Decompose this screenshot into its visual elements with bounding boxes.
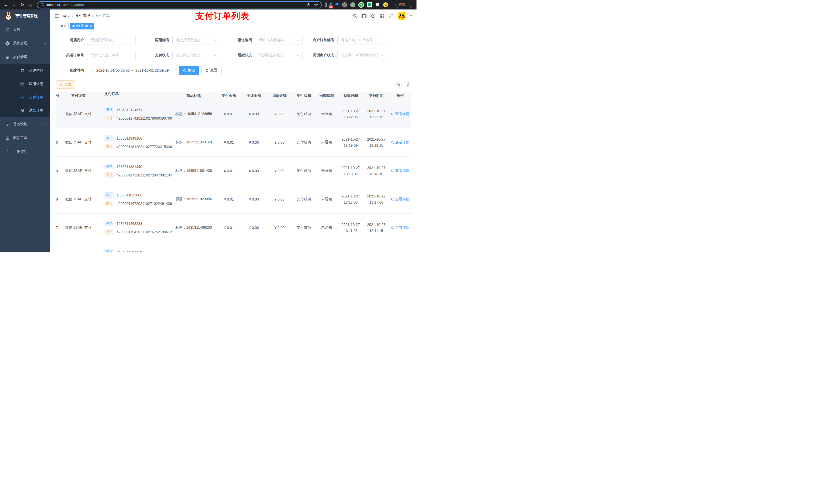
search-icon <box>183 69 186 72</box>
browser-home-button[interactable]: ⌂ <box>27 1 34 8</box>
view-detail-link[interactable]: 查看详情 <box>391 112 410 116</box>
sidebar-item-system[interactable]: 系统管理 <box>0 37 50 50</box>
tag-item[interactable]: 首页 <box>58 23 69 29</box>
view-detail-link[interactable]: 查看详情 <box>391 169 410 173</box>
github-icon[interactable] <box>362 14 366 19</box>
pay-amount: ¥ 0.01 <box>217 128 241 157</box>
toggle-search-button[interactable] <box>395 81 402 88</box>
table-row: 商户1635311254736支付 <box>56 242 411 252</box>
sidebar-item-merchant-info[interactable]: 商户信息 <box>0 64 50 77</box>
column-header: 回调状态 <box>315 92 338 100</box>
pay-channel: 微信 JSAPI 支付 <box>63 100 94 128</box>
merchant-input[interactable]: 请选择所属商户 <box>87 35 136 45</box>
pay-order-no: 4200001181202110277723215336 <box>117 145 172 149</box>
sidebar-submenu-payment: 商户信息应用信息¥支付订单退款订单 <box>0 64 50 117</box>
sidebar-logo[interactable]: 芋道管理系统 <box>0 9 50 23</box>
browser-back-button[interactable]: ← <box>2 1 10 8</box>
chevron-down-icon <box>44 150 47 153</box>
briefcase-icon <box>5 150 10 154</box>
merchant-order-no: 1635311823086 <box>117 193 142 197</box>
doc-icon <box>20 109 25 113</box>
notify-status: 未通知 <box>315 157 338 185</box>
table-row: 20微信 JSAPI 支付商户1635311949168支付4200001181… <box>56 128 411 157</box>
merchant-tag: 商户 <box>104 249 114 252</box>
extension-diamond-icon[interactable]: ◆ 10 <box>325 2 332 8</box>
view-detail-link[interactable]: 查看详情 <box>391 140 410 145</box>
sidebar-item-home[interactable]: 首页 <box>0 23 50 37</box>
sidebar-item-app-info[interactable]: 应用信息 <box>0 77 50 91</box>
extension-kite-icon[interactable] <box>335 2 339 7</box>
fee-amount: ¥ 0.00 <box>241 100 267 128</box>
browser-menu-icon[interactable]: ⋮ <box>407 3 410 6</box>
share-icon[interactable] <box>307 3 310 7</box>
help-icon[interactable] <box>371 14 376 18</box>
merchant-order-no-input[interactable]: 请输入商户订单编号 <box>337 35 387 45</box>
app-no-select[interactable]: 请选择应用信息 <box>172 35 220 45</box>
refresh-icon <box>206 69 209 72</box>
sidebar-item-label: 商户信息 <box>29 68 47 73</box>
font-size-icon[interactable]: TT <box>389 13 394 19</box>
user-avatar[interactable] <box>398 12 405 20</box>
row-actions: 查看详情 <box>389 214 411 242</box>
merchant-order-no: 1635312124657 <box>117 108 142 112</box>
sidebar-item-infrastructure[interactable]: 基础设施 <box>0 117 50 131</box>
column-header: 支付金额 <box>217 92 241 100</box>
view-detail-link[interactable]: 查看详情 <box>391 225 410 230</box>
extension-command-icon[interactable]: ⌘ <box>342 2 347 7</box>
tag-active[interactable]: 支付订单× <box>70 23 94 29</box>
extensions-puzzle-icon[interactable] <box>375 3 380 7</box>
create-time-range-picker[interactable]: 2021-10-01 00:00:00 - 2021-10-31 23:59:5… <box>87 66 176 75</box>
refund-status-select[interactable]: 请选择退款状态 <box>255 51 303 60</box>
order-id: 18 <box>56 185 63 213</box>
annotation-title: 支付订单列表 <box>195 10 249 22</box>
address-bar[interactable]: localhost:1024/pay/order <box>37 1 322 8</box>
sidebar-item-refund-order[interactable]: 退款订单 <box>0 104 50 117</box>
close-icon[interactable]: × <box>90 24 92 28</box>
breadcrumb-item[interactable]: 首页 <box>63 14 70 18</box>
breadcrumb: 首页/支付管理/支付订单 <box>63 14 110 18</box>
search-button[interactable]: 搜索 <box>179 66 199 75</box>
goods-title <box>171 242 217 252</box>
channel-code-select[interactable]: 请输入渠道编码 <box>255 35 303 45</box>
row-actions: 查看详情 <box>389 185 411 213</box>
download-icon <box>60 83 63 86</box>
callback-status-select[interactable]: 请选择订单回调商户状态 <box>337 51 387 60</box>
chevron-down-icon <box>214 54 217 57</box>
pay-status-select[interactable]: 请选择支付状态 <box>172 51 220 60</box>
browser-forward-button[interactable]: → <box>10 1 18 8</box>
sidebar-item-dev-tools[interactable]: 研发工具 <box>0 131 50 145</box>
browser-reload-button[interactable]: ↻ <box>19 1 26 8</box>
extension-y-icon[interactable]: y <box>358 2 364 8</box>
extension-badge: 10 <box>328 5 333 9</box>
pay-channel <box>63 242 94 252</box>
extension-record-icon[interactable] <box>350 2 355 7</box>
breadcrumb-item[interactable]: 支付管理 <box>76 14 90 18</box>
sidebar-item-pay-order[interactable]: ¥支付订单 <box>0 91 50 104</box>
hamburger-icon[interactable] <box>50 14 63 19</box>
channel-order-no-input[interactable]: 请输入渠道订单号 <box>87 51 136 60</box>
pay-time: 2021-10-2713:17:08 <box>363 185 389 213</box>
row-actions: 查看详情 <box>389 157 411 185</box>
profile-emoji-icon[interactable] <box>383 2 388 7</box>
goods-title: 标题：1635311949168 <box>171 128 217 157</box>
sidebar-item-payment[interactable]: ¥支付管理 <box>0 50 50 64</box>
tags-view: 首页支付订单× <box>50 22 416 30</box>
pay-status: 支付成功 <box>292 185 315 213</box>
view-detail-link[interactable]: 查看详情 <box>391 197 410 201</box>
bookmark-star-icon[interactable] <box>314 3 318 7</box>
extension-chat-icon[interactable] <box>367 2 372 7</box>
export-button[interactable]: 导出 <box>56 80 75 89</box>
sidebar-item-workflow[interactable]: 工作流程 <box>0 145 50 159</box>
refund-amount <box>267 242 292 252</box>
refund-amount: ¥ 0.00 <box>267 185 292 213</box>
refresh-table-button[interactable] <box>405 81 411 88</box>
header-search-icon[interactable] <box>353 14 357 18</box>
pay-status: 支付成功 <box>292 157 315 185</box>
avatar-caret-icon[interactable] <box>410 15 412 17</box>
table-row: 19微信 JSAPI 支付商户1635311881440支付4200001173… <box>56 157 411 185</box>
reset-button[interactable]: 重置 <box>201 66 221 75</box>
browser-update-button[interactable]: 更新 ⋮ <box>396 2 412 8</box>
site-info-icon[interactable] <box>41 3 44 7</box>
refund-amount: ¥ 0.00 <box>267 100 292 128</box>
fullscreen-icon[interactable] <box>380 14 384 18</box>
